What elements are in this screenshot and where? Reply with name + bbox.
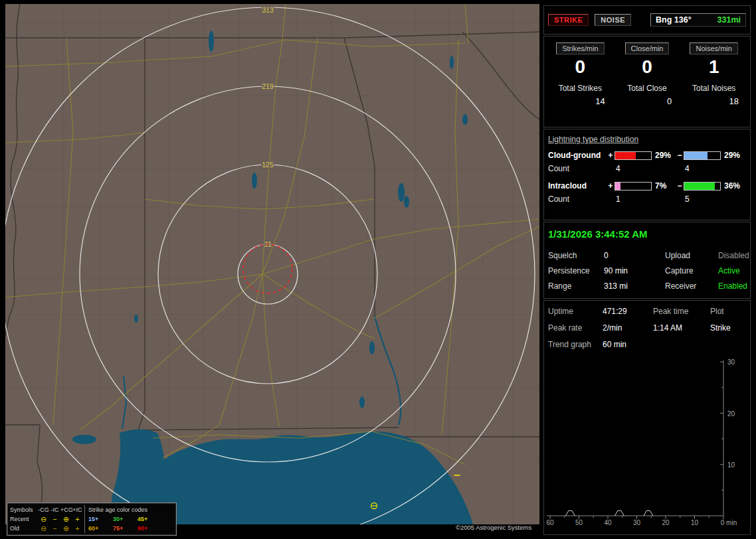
intracloud-label: Intracloud <box>548 181 607 191</box>
svg-text:50: 50 <box>575 519 583 526</box>
cg-negative-bar <box>684 151 721 160</box>
datetime-display: 1/31/2026 3:44:52 AM <box>548 228 746 240</box>
squelch-label: Squelch <box>548 251 604 260</box>
peak-time-value: 1:14 AM <box>653 323 710 333</box>
age-30: 30+ <box>112 516 136 522</box>
legend-header-pos-cg: +CG <box>60 506 72 513</box>
ring-label-125: 125 <box>262 161 274 169</box>
legend-symbols-header: Symbols <box>10 506 38 513</box>
svg-text:20: 20 <box>662 519 670 526</box>
status-section: 1/31/2026 3:44:52 AM Squelch 0 Upload Di… <box>543 222 751 299</box>
svg-text:0 min: 0 min <box>721 519 737 526</box>
rate-counters-section: Strikes/min 0 Total Strikes 14 Close/min… <box>543 36 751 127</box>
intracloud-row: Intracloud + 7% − 36% <box>548 181 746 191</box>
distance-value: 331mi <box>717 15 741 25</box>
trend-bars <box>550 362 723 519</box>
trend-window-value: 60 min <box>603 340 746 349</box>
svg-text:30: 30 <box>633 519 641 526</box>
age-45: 45+ <box>136 516 161 522</box>
total-strikes-value: 14 <box>595 96 613 106</box>
close-counter-column: Close/min 0 Total Close 0 <box>614 42 681 127</box>
ic-negative-old-icon: − <box>49 524 60 532</box>
strikes-counter-column: Strikes/min 0 Total Strikes 14 <box>547 42 614 127</box>
noise-mode-button[interactable]: NOISE <box>595 14 631 26</box>
svg-text:30: 30 <box>727 358 735 366</box>
legend-header-pos-ic: +IC <box>72 506 83 513</box>
cg-negative-old-icon: ⊖ <box>38 524 49 532</box>
svg-text:20: 20 <box>727 410 735 418</box>
ic-positive-old-icon: + <box>72 524 83 532</box>
cg-positive-pct: 29% <box>652 151 676 160</box>
cg-positive-count: 4 <box>614 164 652 173</box>
receiver-status: Enabled <box>718 281 747 291</box>
total-close-value: 0 <box>667 96 680 106</box>
persistence-label: Persistence <box>548 266 604 275</box>
svg-text:10: 10 <box>691 519 699 526</box>
svg-text:40: 40 <box>604 519 612 526</box>
noises-per-min-button[interactable]: Noises/min <box>690 42 737 54</box>
range-value: 313 mi <box>604 281 665 291</box>
plus-sign: + <box>607 181 614 191</box>
close-per-min-value: 0 <box>642 56 652 78</box>
ic-positive-bar <box>614 182 652 191</box>
stats-row: Uptime 471:29 Peak time Plot <box>548 307 746 316</box>
close-per-min-button[interactable]: Close/min <box>625 42 670 54</box>
cg-negative-pct: 29% <box>721 151 743 160</box>
strikes-per-min-value: 0 <box>575 56 586 78</box>
ic-positive-count: 1 <box>614 194 652 204</box>
bearing-distance-readout: Bng 136° 331mi <box>650 13 746 27</box>
minus-sign: − <box>676 181 684 191</box>
legend-header-neg-ic: -IC <box>49 506 60 513</box>
legend-row-old-label: Old <box>10 525 38 532</box>
trend-axes <box>547 360 723 516</box>
peak-time-label: Peak time <box>653 307 710 316</box>
stats-trend-section: Uptime 471:29 Peak time Plot Peak rate 2… <box>543 300 751 535</box>
trend-graph: 60 50 40 30 20 10 0 min 30 20 10 <box>545 355 751 529</box>
trend-tick-labels: 60 50 40 30 20 10 0 min 30 20 10 <box>546 358 737 526</box>
svg-text:10: 10 <box>727 461 735 469</box>
trend-graph-header: Trend graph 60 min <box>548 340 746 349</box>
age-60: 60+ <box>87 525 112 532</box>
persistence-value: 90 min <box>604 266 665 275</box>
plus-sign: + <box>607 151 614 160</box>
noises-counter-column: Noises/min 1 Total Noises 18 <box>680 42 747 127</box>
svg-text:60: 60 <box>546 519 554 526</box>
ic-negative-pct: 36% <box>721 181 743 191</box>
ic-positive-recent-icon: + <box>72 515 83 523</box>
upload-status: Disabled <box>718 251 749 260</box>
capture-status: Active <box>718 266 746 275</box>
stats-row: Peak rate 2/min 1:14 AM Strike <box>548 323 746 333</box>
cg-negative-recent-icon: ⊖ <box>38 515 49 523</box>
plot-value: Strike <box>710 323 746 333</box>
cg-positive-old-icon: ⊕ <box>60 524 72 532</box>
mode-toolbar: STRIKE NOISE Bng 136° 331mi <box>543 5 751 35</box>
peak-rate-value: 2/min <box>603 323 653 333</box>
total-noises-label: Total Noises <box>692 84 735 93</box>
plot-label: Plot <box>710 307 746 316</box>
ring-label-313: 313 <box>262 6 274 14</box>
total-strikes-label: Total Strikes <box>559 84 602 93</box>
map-canvas[interactable]: 313 219 125 31 <box>5 4 539 524</box>
count-label: Count <box>548 164 607 173</box>
map-area[interactable]: 313 219 125 31 <box>5 4 539 524</box>
bearing-value: Bng 136° <box>656 15 692 25</box>
age-90: 90+ <box>136 525 161 532</box>
trend-graph-canvas: 60 50 40 30 20 10 0 min 30 20 10 <box>545 355 751 526</box>
strike-mode-button[interactable]: STRIKE <box>548 14 589 26</box>
capture-label: Capture <box>665 266 718 275</box>
status-row: Squelch 0 Upload Disabled <box>548 251 746 260</box>
ring-label-219: 219 <box>262 82 274 90</box>
noises-per-min-value: 1 <box>709 56 719 78</box>
cg-positive-recent-icon: ⊕ <box>60 515 72 523</box>
strikes-per-min-button[interactable]: Strikes/min <box>556 42 604 54</box>
ic-negative-count: 5 <box>684 194 721 204</box>
age-15: 15+ <box>87 516 112 522</box>
squelch-value: 0 <box>604 251 665 260</box>
cg-negative-count: 4 <box>684 164 721 173</box>
legend-header-neg-cg: -CG <box>38 506 49 513</box>
range-label: Range <box>548 281 604 291</box>
total-close-label: Total Close <box>627 84 666 93</box>
total-noises-value: 18 <box>729 96 747 106</box>
lightning-distribution-section: Lightning type distribution Cloud-ground… <box>543 129 751 220</box>
receiver-label: Receiver <box>665 281 718 291</box>
